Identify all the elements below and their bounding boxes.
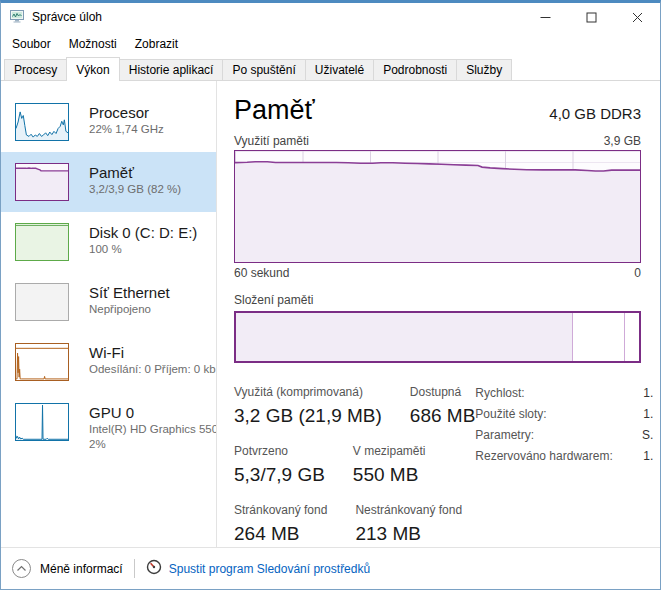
ethernet-mini-graph (15, 283, 69, 321)
chevron-up-icon (12, 559, 31, 578)
footer-separator (134, 559, 135, 578)
cpu-usage-text: 22% 1,74 GHz (89, 122, 164, 137)
tab-podrobnosti[interactable]: Podrobnosti (373, 59, 457, 80)
disk-title: Disk 0 (C: D: E:) (89, 223, 197, 242)
performance-content: Procesor 22% 1,74 GHz Paměť 3,2/3,9 GB (… (1, 81, 660, 547)
ethernet-status-text: Nepřipojeno (89, 302, 170, 317)
wifi-mini-graph (15, 343, 69, 381)
sidebar-item-ethernet[interactable]: Síť Ethernet Nepřipojeno (1, 272, 216, 332)
tab-bar: Procesy Výkon Historie aplikací Po spušt… (1, 57, 660, 81)
stat-available: Dostupná 686 MB (410, 385, 475, 427)
sidebar-item-gpu[interactable]: GPU 0 Intel(R) HD Graphics 550 2% (1, 392, 216, 463)
disk-mini-graph (15, 223, 69, 261)
resource-monitor-icon (146, 559, 162, 578)
hardware-details: Rychlost: 1. Použité sloty: 1. Parametry… (475, 385, 653, 545)
tab-sluzby[interactable]: Služby (456, 59, 512, 80)
cpu-title: Procesor (89, 103, 164, 122)
stat-committed: Potvrzeno 5,3/7,9 GB (234, 444, 325, 486)
composition-standby-segment (573, 313, 625, 361)
resource-monitor-label: Spustit program Sledování prostředků (169, 562, 370, 576)
memory-title: Paměť (89, 163, 181, 182)
maximize-button[interactable] (568, 3, 614, 31)
stat-paged-pool: Stránkovaný fond 264 MB (234, 503, 327, 545)
minimize-button[interactable] (522, 3, 568, 31)
disk-usage-text: 100 % (89, 242, 197, 257)
less-details-label: Méně informací (40, 562, 123, 576)
tab-uzivatele[interactable]: Uživatelé (305, 59, 374, 80)
sidebar-item-wifi[interactable]: Wi-Fi Odesílání: 0 Příjem: 0 kb (1, 332, 216, 392)
memory-capacity: 4,0 GB DDR3 (549, 105, 641, 122)
stat-used: Využitá (komprimovaná) 3,2 GB (21,9 MB) (234, 385, 382, 427)
menu-zobrazit[interactable]: Zobrazit (126, 33, 187, 55)
x-axis-left-label: 60 sekund (234, 266, 289, 280)
footer-bar: Méně informací Spustit program Sledování… (1, 547, 660, 589)
cpu-mini-graph (15, 103, 69, 141)
gpu-mini-graph (15, 403, 69, 441)
wifi-title: Wi-Fi (89, 343, 216, 362)
memory-stats: Využitá (komprimovaná) 3,2 GB (21,9 MB) … (234, 385, 641, 545)
wifi-traffic-text: Odesílání: 0 Příjem: 0 kb (89, 362, 216, 377)
memory-composition-bar (234, 311, 641, 363)
detail-hardware-reserved: Rezervováno hardwarem: 1. (475, 449, 653, 463)
tab-historie-aplikaci[interactable]: Historie aplikací (119, 59, 224, 80)
window-controls (522, 3, 660, 31)
stat-nonpaged-pool: Nestránkovaný fond 213 MB (355, 503, 462, 545)
sidebar-item-memory[interactable]: Paměť 3,2/3,9 GB (82 %) (1, 152, 216, 212)
usage-chart-max: 3,9 GB (604, 134, 641, 148)
close-button[interactable] (614, 3, 660, 31)
gpu-name-text: Intel(R) HD Graphics 550 (89, 422, 216, 437)
gpu-title: GPU 0 (89, 403, 216, 422)
menu-soubor[interactable]: Soubor (3, 33, 60, 55)
title-bar: Správce úloh (1, 3, 660, 31)
detail-form-factor: Parametry: S. (475, 428, 653, 442)
page-title: Paměť (234, 95, 315, 126)
sidebar-item-disk[interactable]: Disk 0 (C: D: E:) 100 % (1, 212, 216, 272)
window-title: Správce úloh (32, 10, 102, 24)
app-icon (9, 8, 25, 27)
tab-procesy[interactable]: Procesy (4, 59, 67, 80)
memory-usage-chart (234, 150, 641, 263)
sidebar-item-cpu[interactable]: Procesor 22% 1,74 GHz (1, 92, 216, 152)
tab-vykon[interactable]: Výkon (66, 57, 119, 81)
composition-used-segment (236, 313, 573, 361)
tab-po-spusteni[interactable]: Po spuštění (222, 59, 305, 80)
gpu-usage-text: 2% (89, 437, 216, 452)
x-axis-right-label: 0 (634, 266, 641, 280)
memory-usage-text: 3,2/3,9 GB (82 %) (89, 182, 181, 197)
task-manager-window: Správce úloh Soubor Možnosti Zobrazit Pr… (0, 0, 661, 590)
ethernet-title: Síť Ethernet (89, 283, 170, 302)
composition-free-segment (625, 313, 639, 361)
usage-chart-label: Využití paměti (234, 134, 309, 148)
menu-moznosti[interactable]: Možnosti (60, 33, 126, 55)
menu-bar: Soubor Možnosti Zobrazit (1, 31, 660, 57)
composition-label: Složení paměti (234, 293, 641, 307)
memory-detail-pane: Paměť 4,0 GB DDR3 Využití paměti 3,9 GB … (217, 81, 660, 547)
open-resource-monitor-link[interactable]: Spustit program Sledování prostředků (146, 559, 370, 578)
memory-mini-graph (15, 163, 69, 201)
less-details-button[interactable]: Méně informací (12, 559, 123, 578)
detail-speed: Rychlost: 1. (475, 386, 653, 400)
performance-sidebar: Procesor 22% 1,74 GHz Paměť 3,2/3,9 GB (… (1, 81, 217, 547)
stat-cached: V mezipaměti 550 MB (353, 444, 426, 486)
detail-slots-used: Použité sloty: 1. (475, 407, 653, 421)
